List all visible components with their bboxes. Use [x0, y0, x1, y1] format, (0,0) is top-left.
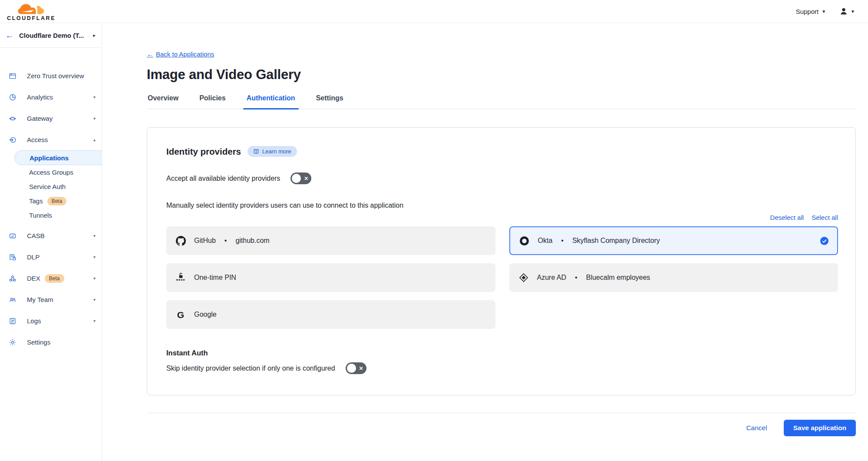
accept-all-label: Accept all available identity providers — [166, 175, 280, 182]
sidebar: ← Cloudflare Demo (T... ▸ Zero Trust ove… — [0, 23, 102, 461]
back-arrow-icon[interactable]: ← — [5, 31, 14, 40]
provider-card-github[interactable]: GitHub • github.com — [166, 226, 495, 255]
footer-actions: Cancel Save application — [147, 420, 856, 436]
sidebar-item-logs[interactable]: Logs ▾ — [0, 310, 102, 332]
instant-auth-heading: Instant Auth — [166, 349, 838, 357]
chevron-down-icon[interactable]: ▾ — [93, 116, 96, 121]
sidebar-account-header: ← Cloudflare Demo (T... ▸ — [0, 23, 102, 48]
provider-card-google[interactable]: G Google — [166, 300, 495, 329]
beta-badge: Beta — [45, 274, 64, 283]
sidebar-subitem-label: Tags — [29, 197, 43, 205]
network-nodes-icon — [9, 275, 17, 282]
cancel-button[interactable]: Cancel — [746, 424, 767, 432]
tab-settings[interactable]: Settings — [315, 94, 344, 109]
back-to-applications-link[interactable]: ← Back to Applications — [147, 50, 214, 58]
deselect-all-link[interactable]: Deselect all — [770, 214, 804, 221]
sidebar-item-tunnels[interactable]: Tunnels — [0, 208, 102, 222]
sidebar-nav: Zero Trust overview Analytics ▾ Gateway — [0, 48, 102, 353]
tab-authentication[interactable]: Authentication — [246, 94, 296, 109]
toggle-off-icon: ✕ — [304, 176, 308, 182]
dot-separator: • — [561, 237, 564, 245]
top-bar: CLOUDFLARE Support ▼ ▼ — [0, 0, 868, 23]
chevron-down-icon[interactable]: ▾ — [93, 297, 96, 302]
provider-name: One-time PIN — [194, 274, 236, 282]
panel-heading: Identity providers — [166, 146, 241, 157]
sidebar-item-settings[interactable]: Settings — [0, 332, 102, 353]
learn-more-label: Learn more — [262, 148, 291, 155]
support-menu[interactable]: Support ▼ — [796, 8, 826, 15]
chevron-up-icon[interactable]: ▴ — [93, 137, 96, 142]
sidebar-item-label: Analytics — [27, 93, 53, 101]
main-content: ← Back to Applications Image and Video G… — [102, 23, 868, 461]
chevron-down-icon[interactable]: ▾ — [93, 95, 96, 99]
dot-separator: • — [575, 274, 578, 282]
provider-card-azure-ad[interactable]: Azure AD • Bluecalm employees — [509, 263, 838, 292]
sidebar-item-dex[interactable]: DEX Beta ▾ — [0, 268, 102, 289]
cloudflare-logo-text: CLOUDFLARE — [7, 16, 56, 21]
provider-card-okta[interactable]: Okta • Skyflash Company Directory — [509, 226, 838, 255]
tab-bar: Overview Policies Authentication Setting… — [147, 94, 856, 109]
identity-providers-panel: Identity providers Learn more Accept all… — [147, 127, 856, 395]
select-all-link[interactable]: Select all — [812, 214, 838, 221]
chevron-down-icon[interactable]: ▾ — [93, 276, 96, 281]
sidebar-item-gateway[interactable]: Gateway ▾ — [0, 108, 102, 129]
document-lock-icon — [9, 253, 17, 261]
manual-select-text: Manually select identity providers users… — [166, 202, 838, 209]
sidebar-item-label: DLP — [27, 253, 40, 261]
gateway-icon — [9, 115, 17, 123]
chevron-right-icon[interactable]: ▸ — [93, 33, 96, 38]
sidebar-item-applications[interactable]: Applications — [14, 150, 102, 165]
access-icon — [9, 136, 17, 144]
one-time-pin-icon: **** — [175, 272, 186, 283]
user-menu[interactable]: ▼ — [839, 7, 855, 16]
sidebar-item-casb[interactable]: CASB ▾ — [0, 225, 102, 246]
people-icon — [9, 296, 17, 304]
learn-more-badge[interactable]: Learn more — [248, 146, 297, 157]
casb-icon — [9, 232, 17, 240]
instant-auth-label: Skip identity provider selection if only… — [166, 365, 335, 372]
gear-icon — [9, 338, 17, 346]
provider-grid: GitHub • github.com Okta • Skyflash Comp… — [166, 226, 838, 329]
sidebar-item-my-team[interactable]: My Team ▾ — [0, 289, 102, 310]
window-icon — [9, 72, 17, 80]
sidebar-item-dlp[interactable]: DLP ▾ — [0, 246, 102, 268]
sidebar-item-label: Settings — [27, 338, 50, 346]
provider-card-one-time-pin[interactable]: **** One-time PIN — [166, 263, 495, 292]
chevron-down-icon[interactable]: ▾ — [93, 233, 96, 238]
footer-divider — [147, 413, 856, 413]
dot-separator: • — [224, 237, 227, 245]
sidebar-item-zero-trust-overview[interactable]: Zero Trust overview — [0, 65, 102, 86]
sidebar-item-service-auth[interactable]: Service Auth — [0, 179, 102, 194]
chevron-down-icon[interactable]: ▾ — [93, 255, 96, 259]
sidebar-item-label: CASB — [27, 232, 45, 239]
provider-name: Azure AD — [537, 274, 567, 282]
sidebar-subitem-label: Access Groups — [29, 169, 73, 176]
sidebar-item-tags[interactable]: Tags Beta — [0, 194, 102, 208]
instant-auth-toggle[interactable]: ✕ — [346, 362, 366, 374]
sidebar-subitem-label: Applications — [30, 154, 69, 162]
accept-all-toggle[interactable]: ✕ — [290, 172, 311, 184]
sidebar-item-label: Access — [27, 136, 48, 143]
okta-icon — [519, 236, 530, 246]
sidebar-item-access-groups[interactable]: Access Groups — [0, 165, 102, 179]
toggle-knob — [347, 364, 356, 373]
chevron-down-icon: ▼ — [822, 9, 826, 14]
azure-ad-icon — [518, 273, 529, 282]
save-application-button[interactable]: Save application — [784, 420, 856, 436]
provider-detail: Skyflash Company Directory — [572, 237, 660, 245]
page-title: Image and Video Gallery — [147, 67, 856, 83]
provider-name: GitHub — [194, 237, 216, 245]
sidebar-item-access[interactable]: Access ▴ — [0, 129, 102, 150]
sidebar-item-label: My Team — [27, 296, 53, 303]
back-arrow-icon: ← — [147, 50, 153, 58]
cloudflare-cloud-icon — [16, 2, 46, 15]
toggle-off-icon: ✕ — [359, 365, 363, 371]
cloudflare-logo[interactable]: CLOUDFLARE — [7, 2, 56, 21]
sidebar-item-label: Logs — [27, 317, 41, 325]
toggle-knob — [292, 174, 301, 183]
tab-policies[interactable]: Policies — [198, 94, 226, 109]
tab-overview[interactable]: Overview — [147, 94, 179, 109]
chevron-down-icon[interactable]: ▾ — [93, 318, 96, 323]
account-name[interactable]: Cloudflare Demo (T... — [19, 32, 88, 39]
sidebar-item-analytics[interactable]: Analytics ▾ — [0, 86, 102, 108]
